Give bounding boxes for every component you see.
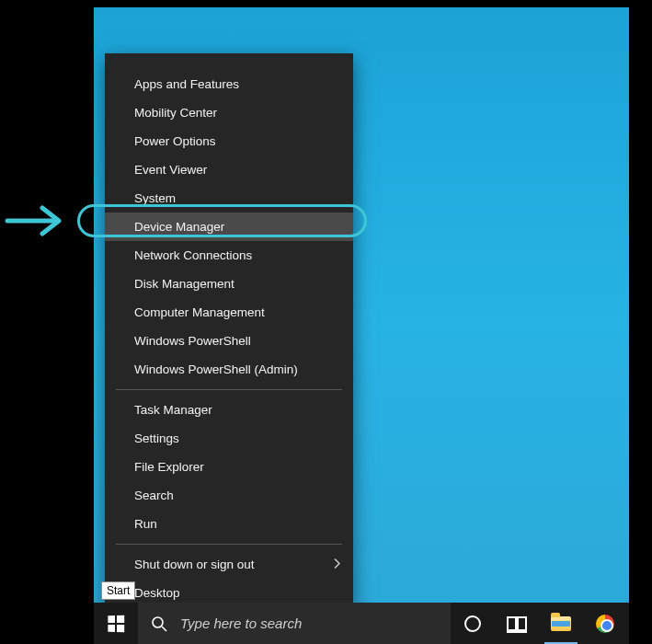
menu-device-manager[interactable]: Device Manager — [105, 213, 353, 241]
desktop-wallpaper: Apps and Features Mobility Center Power … — [94, 7, 629, 644]
menu-settings[interactable]: Settings — [105, 424, 353, 453]
search-icon — [151, 615, 167, 632]
menu-system[interactable]: System — [105, 184, 353, 213]
menu-event-viewer[interactable]: Event Viewer — [105, 155, 353, 184]
file-explorer-taskbar-button[interactable] — [539, 603, 583, 644]
annotation-arrow-icon — [4, 202, 70, 243]
menu-windows-powershell[interactable]: Windows PowerShell — [105, 327, 353, 355]
chevron-right-icon — [333, 558, 340, 571]
chrome-taskbar-button[interactable] — [583, 603, 627, 644]
taskbar: Type here to search — [94, 603, 629, 644]
menu-network-connections[interactable]: Network Connections — [105, 241, 353, 270]
menu-separator — [116, 389, 342, 390]
menu-separator — [116, 544, 342, 545]
menu-mobility-center[interactable]: Mobility Center — [105, 98, 353, 127]
svg-point-0 — [153, 617, 163, 627]
menu-computer-management[interactable]: Computer Management — [105, 298, 353, 327]
folder-icon — [551, 616, 571, 631]
start-tooltip: Start — [101, 581, 135, 600]
svg-line-1 — [162, 627, 166, 631]
cortana-icon — [464, 615, 481, 632]
menu-shut-down-or-sign-out[interactable]: Shut down or sign out — [105, 550, 353, 579]
menu-power-options[interactable]: Power Options — [105, 127, 353, 155]
menu-run[interactable]: Run — [105, 510, 353, 538]
menu-disk-management[interactable]: Disk Management — [105, 270, 353, 298]
chrome-icon — [596, 615, 614, 633]
winx-menu: Apps and Features Mobility Center Power … — [105, 53, 353, 611]
menu-search[interactable]: Search — [105, 481, 353, 510]
menu-task-manager[interactable]: Task Manager — [105, 396, 353, 424]
menu-item-label: Shut down or sign out — [134, 558, 255, 571]
task-view-button[interactable] — [495, 603, 539, 644]
taskbar-search[interactable]: Type here to search — [138, 603, 451, 644]
cortana-button[interactable] — [451, 603, 495, 644]
start-button[interactable] — [94, 603, 138, 644]
task-view-icon — [507, 616, 527, 631]
windows-logo-icon — [108, 615, 124, 632]
menu-apps-and-features[interactable]: Apps and Features — [105, 70, 353, 98]
taskbar-tray — [451, 603, 627, 644]
menu-file-explorer[interactable]: File Explorer — [105, 453, 353, 481]
search-placeholder: Type here to search — [180, 615, 302, 631]
menu-windows-powershell-admin[interactable]: Windows PowerShell (Admin) — [105, 355, 353, 384]
